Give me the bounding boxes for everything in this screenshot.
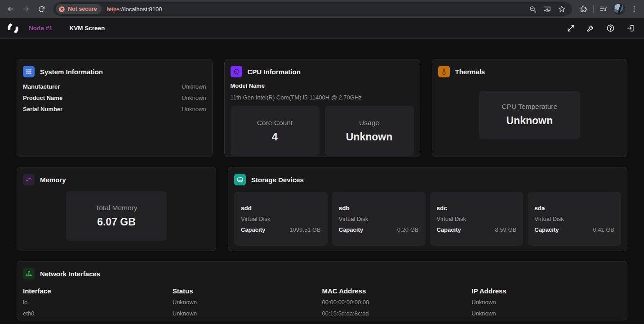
wrench-icon bbox=[586, 24, 595, 32]
cell-mac: 00:15:5d:da:8c:dd bbox=[322, 310, 472, 317]
cpu-chip-icon bbox=[231, 66, 242, 77]
cpu-usage-tile: Usage Unknown bbox=[325, 106, 414, 156]
browser-toolbar: Not secure https://localhost:8100 bbox=[0, 0, 644, 18]
cpu-information-card: CPU Information Model Name 11th Gen Inte… bbox=[224, 59, 420, 157]
cell-interface: lo bbox=[23, 299, 173, 306]
col-mac: MAC Address bbox=[322, 287, 472, 295]
cell-status: Unknown bbox=[173, 310, 322, 317]
capacity-value: 0.41 GB bbox=[593, 226, 614, 233]
row-value: Unknown bbox=[182, 106, 206, 112]
capacity-label: Capacity bbox=[437, 226, 461, 233]
reload-button[interactable] bbox=[35, 3, 48, 15]
row-value: Unknown bbox=[182, 83, 206, 90]
system-row-serial-number: Serial Number Unknown bbox=[23, 104, 206, 115]
forward-button[interactable] bbox=[20, 3, 32, 15]
system-information-card: System Information Manufacturer Unknown … bbox=[17, 59, 213, 157]
install-app-icon[interactable] bbox=[543, 5, 551, 13]
extensions-icon[interactable] bbox=[579, 5, 588, 14]
back-button[interactable] bbox=[4, 3, 17, 15]
col-ip: IP Address bbox=[471, 287, 621, 295]
capacity-label: Capacity bbox=[241, 226, 265, 233]
capacity-label: Capacity bbox=[534, 226, 559, 233]
row-label: Product Name bbox=[23, 94, 62, 101]
help-icon bbox=[606, 24, 615, 32]
capacity-value: 0.20 GB bbox=[397, 226, 419, 233]
toolbar-separator bbox=[593, 5, 594, 13]
capacity-label: Capacity bbox=[339, 226, 363, 233]
browser-menu-icon[interactable] bbox=[631, 5, 638, 13]
storage-device-sdb: sdb Virtual Disk Capacity 0.20 GB bbox=[332, 192, 426, 246]
stat-label: CPU Temperature bbox=[502, 103, 557, 111]
system-row-product-name: Product Name Unknown bbox=[23, 92, 206, 104]
col-status: Status bbox=[173, 287, 322, 295]
storage-device-sdc: sdc Virtual Disk Capacity 8.59 GB bbox=[430, 192, 524, 246]
cell-mac: 00:00:00:00:00:00 bbox=[322, 299, 472, 306]
card-title: System Information bbox=[40, 68, 103, 76]
settings-button[interactable] bbox=[583, 21, 598, 36]
device-name: sdd bbox=[241, 205, 321, 212]
table-row-lo: lo Unknown 00:00:00:00:00:00 Unknown bbox=[23, 297, 621, 308]
dashboard: System Information Manufacturer Unknown … bbox=[0, 39, 644, 320]
not-secure-icon bbox=[58, 6, 65, 13]
device-type: Virtual Disk bbox=[241, 216, 321, 222]
not-secure-chip[interactable]: Not secure bbox=[56, 4, 102, 14]
app-header: Node #1 KVM Screen bbox=[0, 18, 644, 39]
logout-button[interactable] bbox=[622, 21, 638, 36]
url-text[interactable]: https://localhost:8100 bbox=[107, 6, 162, 13]
network-topology-icon bbox=[23, 268, 35, 279]
hard-disk-icon bbox=[234, 174, 246, 185]
device-type: Virtual Disk bbox=[534, 216, 614, 222]
card-title: Storage Devices bbox=[251, 176, 304, 184]
card-title: Thermals bbox=[455, 68, 485, 76]
nav-node-label[interactable]: Node #1 bbox=[29, 25, 53, 32]
cell-ip: Unknown bbox=[471, 310, 621, 317]
capacity-value: 1099.51 GB bbox=[289, 226, 320, 233]
not-secure-label: Not secure bbox=[68, 6, 97, 12]
total-memory-tile: Total Memory 6.07 GB bbox=[66, 191, 167, 241]
card-title: Network Interfaces bbox=[40, 270, 100, 278]
system-row-manufacturer: Manufacturer Unknown bbox=[23, 81, 206, 92]
core-count-tile: Core Count 4 bbox=[231, 106, 320, 156]
app-logo[interactable] bbox=[6, 22, 20, 35]
col-interface: Interface bbox=[23, 287, 173, 295]
cell-ip: Unknown bbox=[471, 299, 621, 306]
cpu-model-label: Model Name bbox=[231, 82, 414, 89]
stat-value: Unknown bbox=[346, 131, 393, 143]
stat-value: 4 bbox=[272, 131, 278, 143]
thermals-card: Thermals CPU Temperature Unknown bbox=[432, 59, 628, 157]
zoom-icon[interactable] bbox=[529, 5, 537, 13]
help-button[interactable] bbox=[603, 21, 618, 36]
device-name: sda bbox=[534, 205, 614, 212]
media-controls-icon[interactable] bbox=[599, 5, 608, 13]
nav-kvm-screen[interactable]: KVM Screen bbox=[70, 25, 105, 32]
storage-devices-card: Storage Devices sdd Virtual Disk Capacit… bbox=[228, 167, 627, 251]
address-bar[interactable]: Not secure https://localhost:8100 bbox=[53, 2, 572, 16]
row-value: Unknown bbox=[182, 94, 206, 101]
network-interfaces-card: Network Interfaces Interface Status MAC … bbox=[17, 261, 627, 320]
stat-label: Core Count bbox=[257, 119, 293, 127]
reload-icon bbox=[38, 5, 45, 13]
forward-arrow-icon bbox=[22, 5, 30, 13]
capacity-value: 8.59 GB bbox=[495, 226, 517, 233]
memory-card: Memory Total Memory 6.07 GB bbox=[17, 167, 216, 251]
cpu-model-value: 11th Gen Intel(R) Core(TM) i5-11400H @ 2… bbox=[231, 94, 414, 101]
url-rest: ://localhost:8100 bbox=[120, 6, 162, 13]
cell-status: Unknown bbox=[173, 299, 322, 306]
device-name: sdb bbox=[339, 205, 419, 212]
stat-label: Total Memory bbox=[95, 204, 137, 212]
card-title: Memory bbox=[40, 176, 66, 184]
thermometer-icon bbox=[438, 66, 450, 77]
storage-device-sdd: sdd Virtual Disk Capacity 1099.51 GB bbox=[234, 192, 328, 246]
profile-avatar[interactable] bbox=[613, 3, 625, 15]
row-label: Manufacturer bbox=[23, 83, 60, 90]
device-type: Virtual Disk bbox=[339, 216, 419, 222]
server-icon bbox=[23, 66, 35, 77]
stat-value: 6.07 GB bbox=[97, 216, 136, 228]
stat-value: Unknown bbox=[506, 115, 553, 127]
fullscreen-button[interactable] bbox=[563, 21, 578, 36]
bookmark-star-icon[interactable] bbox=[558, 5, 566, 13]
cell-interface: eth0 bbox=[23, 310, 173, 317]
card-title: CPU Information bbox=[248, 68, 301, 76]
device-type: Virtual Disk bbox=[437, 216, 517, 222]
stat-label: Usage bbox=[359, 119, 379, 127]
